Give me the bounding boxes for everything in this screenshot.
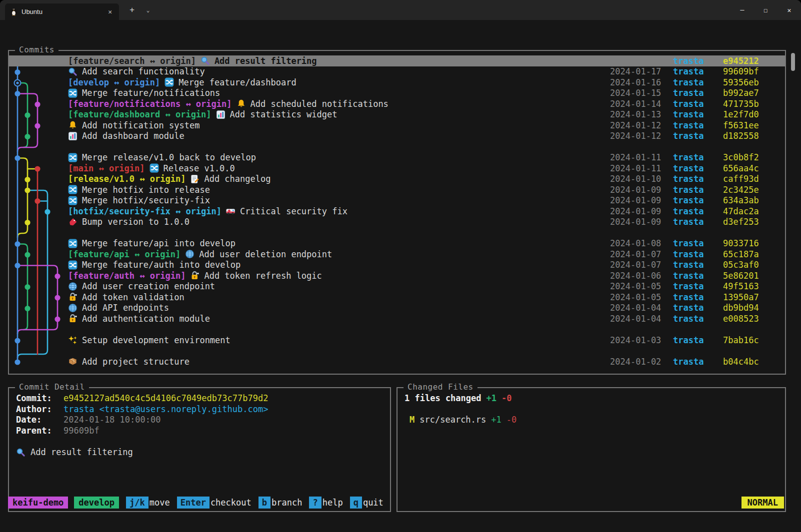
commit-author: trasta — [673, 88, 705, 98]
globe-icon — [68, 282, 78, 291]
branch-badge: develop — [74, 497, 119, 509]
commit-hash: 59356eb — [723, 77, 760, 87]
commit-row[interactable]: [feature/search ↔ origin]Add result filt… — [9, 55, 785, 66]
commit-hash: 656aa4c — [723, 163, 760, 173]
tab-dropdown-icon[interactable]: ⌄ — [141, 7, 155, 13]
detail-field: Author:trasta <trasta@users.noreply.gith… — [16, 404, 383, 415]
commit-row[interactable]: [develop ↔ origin]Merge feature/dashboar… — [9, 77, 785, 88]
tab-ubuntu[interactable]: Ubuntu ✕ — [5, 3, 119, 20]
commit-message: Add statistics widget — [230, 109, 610, 119]
commit-author: trasta — [673, 77, 705, 87]
commit-date: 2024-01-10 — [610, 174, 662, 184]
commit-hash: e008523 — [723, 314, 760, 324]
key-badge: b — [258, 497, 270, 509]
bell-icon — [68, 120, 78, 130]
detail-field-label: Parent: — [16, 426, 64, 437]
commit-row[interactable]: Add user creation endpoint2024-01-05tras… — [9, 281, 785, 292]
commit-author: trasta — [673, 206, 705, 216]
maximize-button[interactable]: ☐ — [754, 0, 778, 20]
commit-row[interactable]: [main ↔ origin]Release v1.0.02024-01-11t… — [9, 163, 785, 174]
commit-row[interactable]: Add dashboard module2024-01-12trastad182… — [9, 131, 785, 142]
branch-ref: [main ↔ origin] — [68, 163, 145, 173]
scrollbar-thumb[interactable] — [791, 53, 795, 71]
commit-date: 2024-01-13 — [610, 109, 662, 119]
merge-icon — [68, 196, 78, 205]
commit-row[interactable]: Add authentication module2024-01-04trast… — [9, 313, 785, 324]
commit-message: Add user creation endpoint — [82, 281, 610, 291]
package-icon — [68, 357, 78, 366]
search-icon — [16, 448, 26, 457]
commit-row[interactable]: [feature/dashboard ↔ origin]Add statisti… — [9, 109, 785, 120]
commit-row[interactable]: Setup development environment2024-01-03t… — [9, 335, 785, 346]
commit-message: Bump version to 1.0.0 — [82, 217, 610, 227]
merge-icon — [150, 163, 159, 173]
key-label: branch — [272, 498, 302, 508]
commit-row-spacer — [9, 346, 785, 357]
key-label: help — [322, 498, 343, 508]
commit-message: Add result filtering — [214, 56, 610, 66]
commit-list: [feature/search ↔ origin]Add result filt… — [9, 51, 785, 374]
changed-files-panel: Changed Files 1 files changed+1-0 Msrc/s… — [396, 387, 786, 512]
commit-row[interactable]: Merge feature/notifications2024-01-15tra… — [9, 88, 785, 99]
commit-row[interactable]: Merge release/v1.0 back to develop2024-0… — [9, 152, 785, 163]
close-button[interactable]: ✕ — [778, 0, 801, 20]
commit-hash: db9bd94 — [723, 303, 760, 313]
commit-author: trasta — [673, 131, 705, 141]
commit-message: Critical security fix — [240, 206, 610, 216]
commit-hash: 3c0b8f2 — [723, 152, 760, 162]
key-badge: ? — [309, 497, 321, 509]
file-status: M — [410, 415, 414, 425]
branch-ref: [hotfix/security-fix ↔ origin] — [68, 206, 222, 216]
commit-message: Add notification system — [82, 120, 610, 130]
mode-badge: NORMAL — [742, 497, 784, 509]
commit-message: Add project structure — [82, 357, 610, 367]
detail-field-value: trasta <trasta@users.noreply.github.com> — [64, 404, 268, 414]
commit-row[interactable]: Add search functionality2024-01-17trasta… — [9, 66, 785, 77]
merge-icon — [68, 185, 78, 194]
commit-author: trasta — [673, 249, 705, 259]
commit-detail-title: Commit Detail — [15, 382, 89, 392]
commit-detail-panel: Commit Detail Commit:e9452127ad540c4c5d4… — [8, 387, 391, 512]
commit-message: Release v1.0.0 — [164, 163, 610, 173]
commit-date: 2024-01-04 — [610, 314, 662, 324]
commit-row[interactable]: [feature/notifications ↔ origin]Add sche… — [9, 98, 785, 109]
commit-row[interactable]: Bump version to 1.0.02024-01-09trastad3e… — [9, 217, 785, 228]
commit-hash: 634a3ab — [723, 195, 760, 205]
tab-close-icon[interactable]: ✕ — [106, 8, 114, 15]
commit-author: trasta — [673, 195, 705, 205]
commit-row[interactable]: [feature/auth ↔ origin]Add token refresh… — [9, 270, 785, 281]
lock-icon — [68, 292, 78, 302]
commit-row[interactable]: Merge hotfix/security-fix2024-01-09trast… — [9, 195, 785, 206]
commit-row[interactable]: [hotfix/security-fix ↔ origin]Critical s… — [9, 206, 785, 217]
commit-date: 2024-01-07 — [610, 260, 662, 270]
memo-icon — [190, 174, 200, 184]
commit-author: trasta — [673, 120, 705, 130]
commit-row[interactable]: [release/v1.0 ↔ origin]Add changelog2024… — [9, 174, 785, 185]
commit-row[interactable]: Add API endpoints2024-01-04trastadb9bd94 — [9, 303, 785, 314]
commit-row[interactable]: Add notification system2024-01-12trastaf… — [9, 120, 785, 131]
additions-count: +1 — [486, 393, 496, 403]
commit-row[interactable]: Merge hotfix into release2024-01-09trast… — [9, 184, 785, 195]
commit-date: 2024-01-04 — [610, 303, 662, 313]
commit-row[interactable]: Merge feature/auth into develop2024-01-0… — [9, 260, 785, 271]
commit-hash: d182558 — [723, 131, 760, 141]
commit-message: Add changelog — [204, 174, 610, 184]
new-tab-button[interactable]: + — [125, 5, 139, 14]
merge-icon — [68, 260, 78, 270]
globe-icon — [68, 303, 78, 313]
branch-ref: [release/v1.0 ↔ origin] — [68, 174, 186, 184]
commit-row[interactable]: [feature/api ↔ origin]Add user deletion … — [9, 249, 785, 260]
commit-message: Merge hotfix/security-fix — [82, 195, 610, 205]
minimize-button[interactable]: ─ — [730, 0, 754, 20]
commit-date: 2024-01-09 — [610, 217, 662, 227]
commit-row[interactable]: Add token validation2024-01-05trasta1395… — [9, 292, 785, 303]
changed-file-row[interactable]: Msrc/search.rs+1-0 — [404, 415, 778, 426]
commit-author: trasta — [673, 66, 705, 76]
commit-hash: 47dac2a — [723, 206, 760, 216]
detail-field-value: e9452127ad540c4c5d4106c7049edb73c77b79d2 — [64, 393, 268, 403]
commit-date: 2024-01-17 — [610, 66, 662, 76]
commit-row[interactable]: Add project structure2024-01-02trastab04… — [9, 356, 785, 367]
commit-row[interactable]: Merge feature/api into develop2024-01-08… — [9, 238, 785, 249]
commit-date: 2024-01-09 — [610, 195, 662, 205]
changed-files-title: Changed Files — [404, 382, 478, 392]
